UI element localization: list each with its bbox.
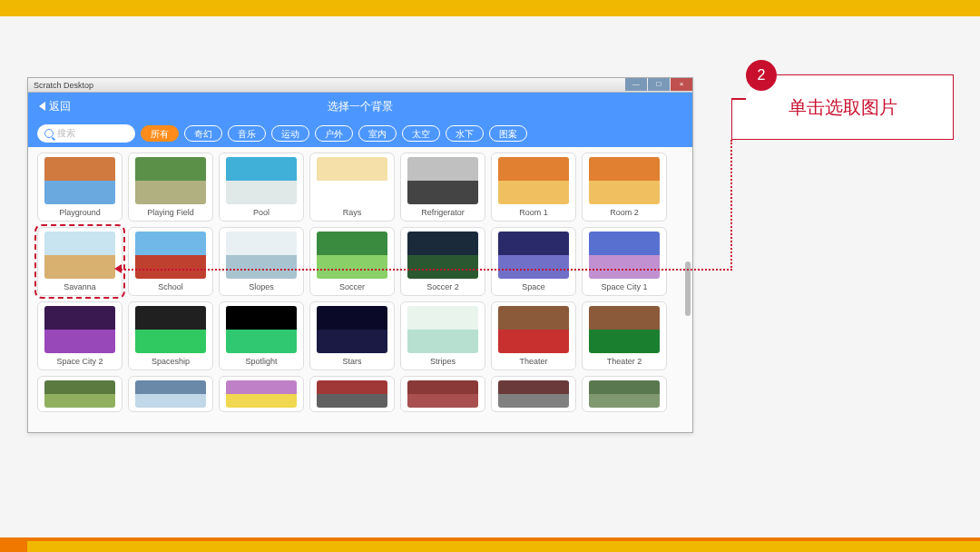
backdrop-cell[interactable]: Spaceship [128,301,213,370]
backdrop-cell[interactable]: Spotlight [219,301,304,370]
backdrop-cell[interactable]: Refrigerator [400,153,485,222]
filter-music[interactable]: 音乐 [228,125,266,142]
backdrop-cell[interactable] [219,376,304,412]
backdrop-label: Space City 1 [601,282,647,291]
backdrop-cell[interactable]: Playground [37,153,122,222]
backdrop-cell[interactable]: School [128,227,213,296]
filter-space[interactable]: 太空 [402,125,440,142]
backdrop-cell[interactable]: Theater 2 [582,301,667,370]
backdrop-thumbnail [135,157,206,204]
page-top-bar [0,0,980,16]
backdrop-cell[interactable] [37,376,122,412]
window-close-button[interactable]: × [671,78,692,91]
backdrop-label: Theater [519,357,547,366]
backdrop-cell[interactable]: Savanna [37,227,122,296]
backdrop-thumbnail [589,232,660,279]
back-label: 返回 [49,99,71,114]
backdrop-cell[interactable]: Slopes [219,227,304,296]
backdrop-label: Pool [253,208,270,217]
backdrop-thumbnail [498,232,569,279]
annotation-connector-v [730,140,732,271]
backdrop-grid-area: PlaygroundPlaying FieldPoolRaysRefrigera… [28,147,692,432]
filter-all[interactable]: 所有 [141,125,179,142]
search-input[interactable]: 搜索 [37,124,135,143]
filter-underwater[interactable]: 水下 [446,125,484,142]
backdrop-thumbnail [44,157,115,204]
app-window: Scratch Desktop — □ × 返回 选择一个背景 搜索 所有 奇幻… [27,77,693,433]
page-title: 选择一个背景 [328,99,393,114]
backdrop-cell[interactable] [309,376,395,412]
backdrop-thumbnail [589,157,660,204]
filter-indoors[interactable]: 室内 [358,125,397,142]
backdrop-cell[interactable]: Stars [309,301,395,370]
step-number-badge: 2 [746,60,777,91]
backdrop-label: Slopes [249,282,274,291]
backdrop-cell[interactable]: Space City 2 [37,301,122,370]
backdrop-thumbnail [407,157,478,204]
window-minimize-button[interactable]: — [625,78,647,91]
backdrop-cell[interactable] [582,376,667,412]
backdrop-thumbnail [135,232,206,279]
filter-patterns[interactable]: 图案 [489,125,527,142]
backdrop-label: Stripes [430,357,456,366]
backdrop-cell[interactable]: Soccer 2 [400,227,485,296]
filter-sports[interactable]: 运动 [271,125,309,142]
backdrop-label: Playing Field [147,208,194,217]
window-maximize-button[interactable]: □ [648,78,670,91]
backdrop-thumbnail [135,306,206,353]
backdrop-thumbnail [44,306,115,353]
backdrop-thumbnail [317,232,387,279]
backdrop-thumbnail [135,380,206,408]
backdrop-thumbnail [407,232,478,279]
backdrop-cell[interactable]: Rays [309,153,395,222]
header-bar: 返回 选择一个背景 [28,93,692,120]
window-title-bar: Scratch Desktop — □ × [28,78,692,93]
backdrop-label: Spotlight [245,357,277,366]
backdrop-thumbnail [226,380,297,408]
backdrop-label: Room 2 [610,208,639,217]
backdrop-label: Savanna [64,282,96,291]
backdrop-label: Soccer [339,282,365,291]
page-bottom-bar-2 [27,541,980,552]
search-icon [44,129,54,138]
window-controls: — □ × [624,78,692,93]
backdrop-grid: PlaygroundPlaying FieldPoolRaysRefrigera… [37,153,683,412]
backdrop-cell[interactable]: Soccer [309,227,395,296]
backdrop-label: Refrigerator [421,208,465,217]
backdrop-thumbnail [498,306,569,353]
backdrop-cell[interactable]: Space City 1 [582,227,667,296]
backdrop-label: Rays [343,208,362,217]
backdrop-label: Playground [59,208,101,217]
backdrop-cell[interactable]: Pool [219,153,304,222]
backdrop-cell[interactable]: Space [491,227,576,296]
annotation-arrow-icon [114,264,122,273]
filter-outdoors[interactable]: 户外 [315,125,353,142]
backdrop-label: Space City 2 [56,357,103,366]
filter-fantasy[interactable]: 奇幻 [184,125,222,142]
backdrop-cell[interactable] [491,376,576,412]
backdrop-thumbnail [44,232,115,279]
backdrop-cell[interactable]: Playing Field [128,153,213,222]
backdrop-thumbnail [407,380,478,408]
back-button[interactable]: 返回 [39,99,71,114]
annotation-connector-h [121,269,732,271]
search-placeholder: 搜索 [57,127,75,140]
back-arrow-icon [39,102,45,111]
backdrop-cell[interactable]: Theater [491,301,576,370]
backdrop-thumbnail [317,157,387,204]
backdrop-thumbnail [226,157,297,204]
backdrop-thumbnail [498,380,569,408]
backdrop-label: School [158,282,183,291]
backdrop-cell[interactable]: Stripes [400,301,485,370]
backdrop-thumbnail [226,232,297,279]
backdrop-cell[interactable]: Room 2 [582,153,667,222]
backdrop-cell[interactable] [128,376,213,412]
backdrop-cell[interactable] [400,376,485,412]
annotation-text: 单击选取图片 [789,95,897,120]
backdrop-label: Soccer 2 [426,282,459,291]
filter-row: 搜索 所有 奇幻 音乐 运动 户外 室内 太空 水下 图案 [28,120,692,147]
backdrop-thumbnail [589,306,660,353]
backdrop-cell[interactable]: Room 1 [491,153,576,222]
backdrop-thumbnail [317,306,387,353]
backdrop-label: Room 1 [519,208,548,217]
